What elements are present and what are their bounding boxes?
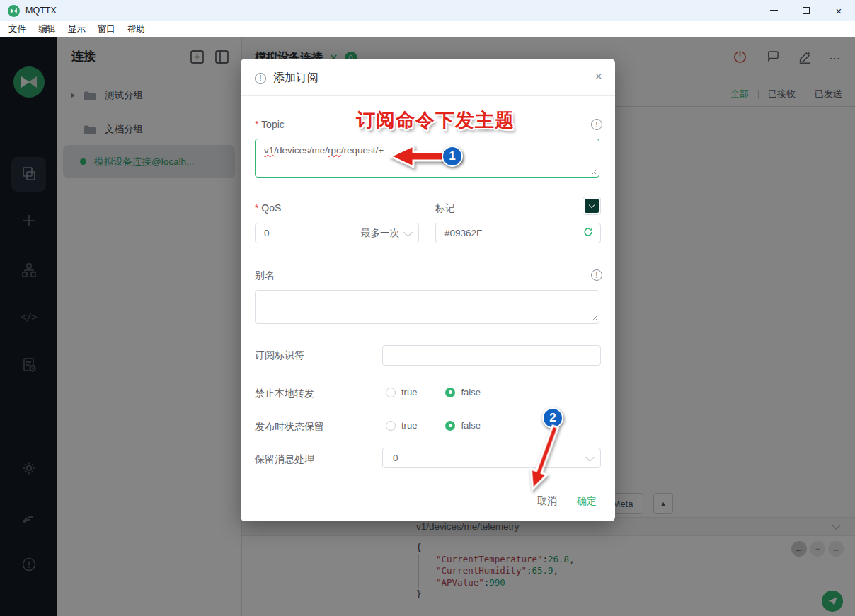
subscription-identifier-label: 订阅标识符 — [255, 349, 304, 362]
no-local-false-radio[interactable]: false — [445, 387, 480, 397]
dialog-close-icon[interactable]: × — [595, 69, 602, 84]
topic-info-icon[interactable]: ! — [591, 119, 602, 130]
qos-value-desc: 最多一次 — [361, 227, 405, 240]
radio-checked-icon — [445, 421, 455, 431]
chevron-down-icon — [589, 202, 595, 207]
retain-as-published-true-radio[interactable]: true — [386, 420, 417, 431]
window-close-button[interactable]: × — [822, 0, 855, 21]
radio-label: false — [461, 387, 480, 397]
app-logo-icon — [8, 5, 20, 17]
radio-label: false — [461, 420, 480, 431]
chevron-down-icon — [403, 228, 413, 237]
retain-as-published-false-radio[interactable]: false — [445, 420, 480, 431]
alias-textarea[interactable] — [255, 290, 599, 324]
qos-label: QoS — [255, 202, 281, 214]
resize-handle-icon[interactable] — [591, 315, 597, 322]
tag-color-swatch — [585, 199, 599, 213]
resize-handle-icon[interactable] — [591, 169, 597, 175]
dialog-info-icon: ! — [255, 73, 266, 84]
radio-label: true — [401, 420, 417, 431]
tag-color-value: #09362F — [444, 228, 482, 238]
annotation-step-1: 1 — [442, 146, 463, 167]
radio-icon — [386, 421, 396, 431]
topic-value-segment: /request/+ — [341, 145, 384, 156]
radio-checked-icon — [445, 388, 455, 397]
retain-as-published-label: 发布时状态保留 — [255, 421, 324, 434]
retain-handling-label: 保留消息处理 — [255, 453, 314, 466]
alias-label: 别名 — [255, 269, 275, 282]
alias-info-icon[interactable]: ! — [591, 269, 602, 281]
subscription-identifier-input[interactable] — [382, 345, 601, 366]
annotation-topic-note: 订阅命令下发主题 — [356, 107, 515, 133]
menu-file[interactable]: 文件 — [7, 23, 28, 35]
no-local-true-radio[interactable]: true — [386, 387, 417, 397]
retain-handling-value: 0 — [393, 453, 398, 463]
radio-label: true — [401, 387, 417, 397]
tag-color-swatch-button[interactable] — [583, 197, 601, 215]
menu-help[interactable]: 帮助 — [126, 23, 147, 35]
menu-window[interactable]: 窗口 — [96, 23, 117, 35]
radio-icon — [386, 388, 396, 397]
window-maximize-button[interactable] — [790, 0, 822, 21]
qos-value: 0 — [264, 228, 270, 238]
menu-edit[interactable]: 编辑 — [37, 23, 57, 35]
annotation-arrow-2 — [534, 426, 605, 501]
refresh-color-icon[interactable] — [583, 227, 593, 239]
window-title: MQTTX — [25, 6, 57, 16]
tag-label: 标记 — [435, 202, 455, 215]
no-local-label: 禁止本地转发 — [255, 388, 314, 400]
tag-color-input[interactable]: #09362F — [435, 223, 601, 243]
title-bar: MQTTX × — [0, 0, 855, 21]
dialog-title: 添加订阅 — [273, 71, 319, 86]
window-minimize-button[interactable] — [757, 0, 790, 21]
menu-bar: 文件 编辑 显示 窗口 帮助 — [0, 21, 855, 37]
topic-value-segment: /devices/me/ — [274, 145, 328, 156]
topic-label: Topic — [255, 119, 285, 130]
topic-value-segment: v1 — [264, 145, 274, 156]
qos-select[interactable]: 0 最多一次 — [255, 223, 419, 243]
menu-view[interactable]: 显示 — [67, 23, 87, 35]
topic-value-segment: rpc — [328, 145, 341, 156]
